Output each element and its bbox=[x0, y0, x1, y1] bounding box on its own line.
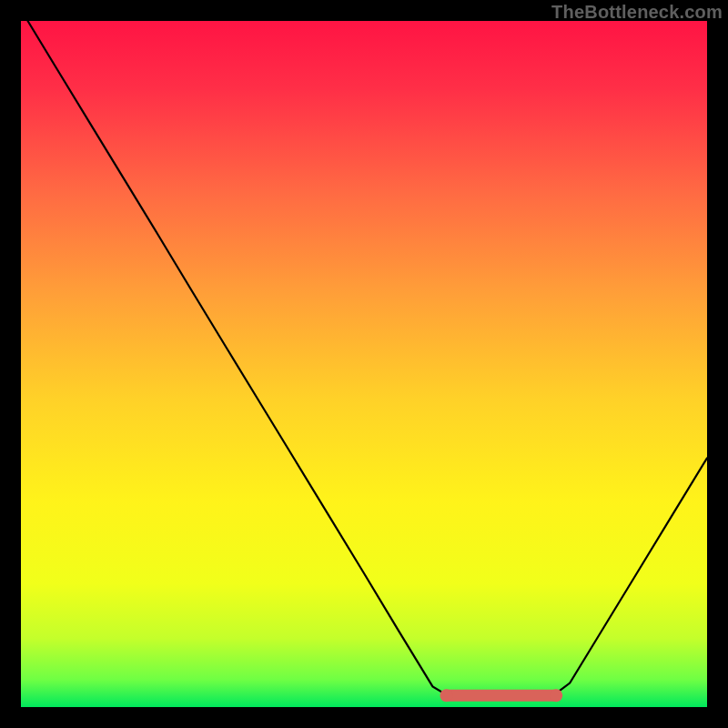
chart-frame bbox=[21, 21, 707, 707]
svg-point-2 bbox=[550, 689, 562, 702]
watermark-text: TheBottleneck.com bbox=[551, 2, 723, 23]
plot-area bbox=[21, 21, 707, 707]
bottleneck-curve bbox=[21, 21, 707, 707]
svg-point-1 bbox=[440, 689, 452, 702]
